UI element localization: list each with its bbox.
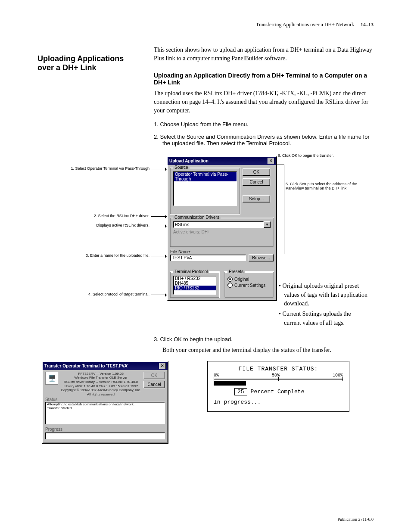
upload-dialog: Upload Application ✕ Source Operator Ter…: [167, 156, 277, 301]
protocol-listbox[interactable]: DH+ / RS232 DH485 RIO / RS232: [173, 276, 216, 295]
section-title: Uploading Applications over a DH+ Link: [37, 54, 141, 72]
callout-7: 6. Click OK to begin the transfer.: [278, 153, 360, 158]
section-intro: This section shows how to upload an appl…: [154, 46, 374, 63]
source-selected[interactable]: Operator Terminal via Pass-Through: [174, 172, 237, 181]
dialog-title: Upload Application: [169, 159, 209, 163]
tick-0: 0%: [214, 373, 219, 378]
step-3-after: Both your computer and the terminal disp…: [154, 346, 374, 355]
app-logo-icon: 🖥️: [45, 372, 58, 385]
presets-group-label: Presets: [227, 269, 245, 274]
close-icon[interactable]: ✕: [159, 363, 166, 369]
preset-current-label: Current Settings: [234, 283, 265, 288]
progress-bar: [45, 432, 165, 439]
step-2: 2. Select the Source and Communication D…: [154, 134, 374, 146]
file-name-label: File Name:: [170, 249, 274, 254]
status-line-0: Attempting to establish communications o…: [46, 402, 165, 406]
page-number: 14–13: [361, 22, 374, 28]
status-label: Status: [43, 397, 168, 402]
lcd-title: FILE TRANSFER STATUS:: [214, 366, 343, 372]
callout-5: 4. Select protocol of target terminal.: [68, 292, 149, 296]
terminal-status-panel: FILE TRANSFER STATUS: 0% 50% 100% 25 Per…: [207, 361, 349, 412]
bullet-current: • Current Settings uploads the current v…: [277, 310, 367, 327]
source-group-label: Source: [173, 165, 190, 170]
comm-driver-combo[interactable]: RSLinx ▼: [173, 221, 271, 228]
transfer-dialog-titlebar[interactable]: Transfer Operator Terminal to 'TEST.PVA'…: [43, 362, 168, 370]
transfer-header-lines: PFT32SRV -- Version 1.09.06 Windows File…: [61, 372, 141, 397]
bullet-original: • Original uploads original preset value…: [277, 282, 367, 308]
preset-original-radio[interactable]: Original: [227, 277, 271, 282]
status-listbox: Attempting to establish communications o…: [45, 402, 165, 424]
browse-button[interactable]: Browse...: [249, 254, 274, 261]
lcd-status: In progress...: [214, 399, 343, 405]
radio-on-icon: [227, 277, 233, 282]
running-head-right: Transferring Applications over a DH+ Net…: [256, 22, 374, 28]
protocol-item-0[interactable]: DH+ / RS232: [174, 276, 216, 281]
close-icon[interactable]: ✕: [268, 158, 274, 164]
preset-current-radio[interactable]: Current Settings: [227, 283, 271, 288]
transfer-ok-button: OK: [143, 372, 165, 379]
source-group: Source Operator Terminal via Pass-Throug…: [170, 168, 240, 214]
setup-button[interactable]: Setup...: [243, 195, 270, 202]
transfer-cancel-button[interactable]: Cancel: [143, 381, 165, 388]
lcd-percent-box: 25: [234, 388, 247, 395]
chevron-down-icon[interactable]: ▼: [264, 221, 271, 228]
protocol-item-1[interactable]: DH485: [174, 281, 216, 286]
step-1: 1. Choose Upload from the File menu.: [154, 121, 374, 128]
comm-active-drivers: Active drivers: DH+: [173, 230, 271, 234]
footer: Publication 2711-6.0: [37, 517, 374, 522]
callout-2: 2. Select the RSLinx DH+ driver.: [68, 214, 149, 218]
file-name-field[interactable]: TEST.PVA: [170, 255, 246, 261]
protocol-item-2[interactable]: RIO / RS232: [174, 286, 216, 290]
callout-6: 5. Click Setup to select the address of …: [286, 182, 359, 190]
running-head: Transferring Applications over a DH+ Net…: [37, 22, 374, 30]
step-3: 3. Click OK to begin the upload.: [154, 336, 374, 342]
callout-3: Displays active RSLinx drivers.: [68, 223, 149, 227]
source-listbox[interactable]: Operator Terminal via Pass-Through: [173, 171, 237, 206]
callout-1: 1. Select Operator Terminal via Pass-Thr…: [68, 166, 149, 171]
transfer-dialog: Transfer Operator Terminal to 'TEST.PVA'…: [42, 361, 168, 444]
dialog-titlebar[interactable]: Upload Application ✕: [168, 157, 276, 165]
protocol-group-label: Terminal Protocol: [173, 269, 209, 274]
subsection-title: Uploading an Application Directly from a…: [154, 72, 374, 86]
tick-100: 100%: [333, 373, 343, 378]
lcd-fill-bar: [214, 381, 246, 386]
protocol-group: Terminal Protocol DH+ / RS232 DH485 RIO …: [170, 272, 219, 298]
comm-driver-value[interactable]: RSLinx: [173, 221, 264, 228]
preset-original-label: Original: [234, 277, 249, 282]
callout-4: 3. Enter a name for the uploaded file.: [68, 253, 149, 258]
lcd-percent-label: Percent Complete: [251, 389, 305, 395]
status-line-1: Transfer Started.: [46, 406, 165, 410]
subsection-after: The upload uses the RSLinx DH+ driver (1…: [154, 89, 374, 115]
ok-button[interactable]: OK: [243, 168, 270, 176]
comm-group: Communication Drivers RSLinx ▼ Active dr…: [170, 218, 274, 247]
presets-group: Presets Original Current Settings: [224, 272, 274, 298]
cancel-button[interactable]: Cancel: [243, 178, 270, 186]
comm-group-label: Communication Drivers: [173, 215, 221, 220]
radio-off-icon: [227, 283, 233, 288]
transfer-dialog-title: Transfer Operator Terminal to 'TEST.PVA': [44, 364, 128, 368]
publication-number: Publication 2711-6.0: [337, 517, 374, 522]
progress-label: Progress: [43, 424, 168, 432]
